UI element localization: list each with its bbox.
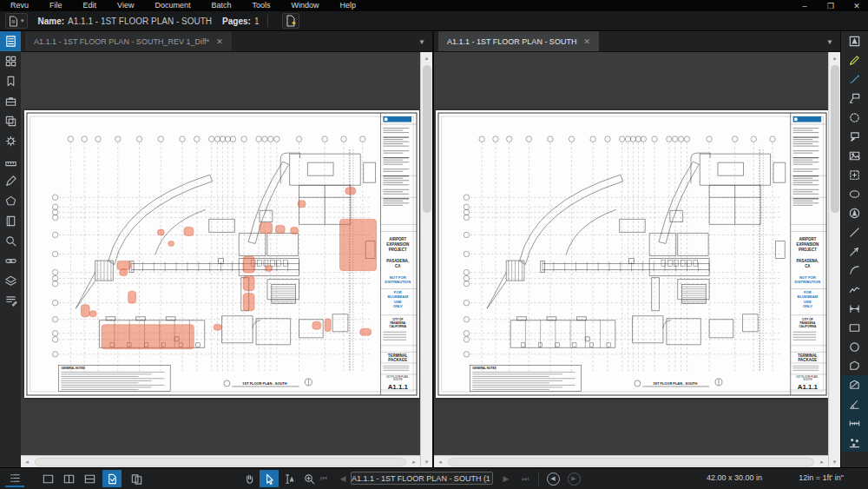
statusbar-separator	[538, 472, 539, 486]
menu-view[interactable]: View	[107, 0, 144, 11]
tool-callout-icon[interactable]	[841, 89, 868, 108]
tool-note-callout-icon[interactable]	[841, 127, 868, 146]
tool-stamp-icon[interactable]	[841, 203, 868, 222]
tool-line-tool-icon[interactable]	[841, 222, 868, 241]
panel-windows-icon[interactable]	[0, 111, 21, 131]
panel-signatures-icon[interactable]	[0, 171, 21, 191]
svg-text:BLUEBEAM: BLUEBEAM	[798, 294, 819, 299]
tool-arrow-tool-icon[interactable]	[841, 241, 868, 261]
page-scale[interactable]: 12in = 1ft' in"	[799, 473, 844, 482]
tool-area-measure-icon[interactable]	[841, 375, 868, 394]
panel-measurements-icon[interactable]	[0, 151, 21, 171]
tool-image-icon[interactable]	[841, 146, 868, 165]
panel-toolchest-icon[interactable]	[0, 91, 21, 111]
tool-length-measure-icon[interactable]	[841, 413, 868, 433]
compare-documents-icon[interactable]	[127, 470, 146, 487]
tool-ellipse-tool-icon[interactable]	[841, 184, 868, 203]
horizontal-scrollbar-right[interactable]: ◂ ▸	[434, 455, 828, 467]
scrollbar-thumb[interactable]	[448, 458, 814, 466]
menu-tools[interactable]: Tools	[241, 0, 280, 11]
tool-pen-icon[interactable]	[841, 69, 868, 89]
floor-plan-sheet-original[interactable]: GENERAL NOTES1ST FLOOR PLAN - SOUTHAIRPO…	[436, 110, 828, 398]
menu-document[interactable]: Document	[144, 0, 201, 11]
panel-file-access-icon[interactable]	[0, 51, 21, 71]
panel-layers-icon[interactable]	[0, 271, 21, 291]
tool-angle-measure-icon[interactable]	[841, 394, 868, 413]
scroll-down-icon[interactable]: ▾	[421, 456, 433, 467]
tool-text-tool-icon[interactable]	[841, 31, 868, 50]
scrollbar-thumb[interactable]	[831, 65, 839, 213]
restore-button[interactable]: ❐	[825, 2, 837, 10]
drawing-canvas-left[interactable]: GENERAL NOTES1ST FLOOR PLAN - SOUTHAIRPO…	[21, 52, 420, 455]
scrollbar-thumb[interactable]	[423, 65, 431, 213]
tab-list-chevron-icon[interactable]: ▼	[418, 31, 425, 52]
menu-batch[interactable]: Batch	[201, 0, 241, 11]
panel-properties-icon[interactable]	[0, 131, 21, 151]
select-text-icon[interactable]	[279, 470, 299, 487]
name-value: A1.1.1 - 1ST FLOOR PLAN - SOUTH	[68, 17, 212, 26]
document-pane-left: A1.1.1 - 1ST FLOOR PLAN - SOUTH_REV 1_Di…	[21, 31, 432, 467]
tool-highlighter-icon[interactable]	[841, 50, 868, 69]
split-vertical-icon[interactable]	[59, 470, 78, 487]
tab-list-chevron-icon[interactable]: ▼	[826, 31, 833, 52]
scroll-up-icon[interactable]: ▴	[829, 52, 841, 63]
drawing-canvas-right[interactable]: GENERAL NOTES1ST FLOOR PLAN - SOUTHAIRPO…	[434, 52, 828, 455]
panel-search-icon[interactable]	[0, 231, 21, 251]
next-view-button[interactable]: ▶	[564, 470, 583, 487]
scrollbar-thumb[interactable]	[35, 458, 406, 466]
tab-diff-document[interactable]: A1.1.1 - 1ST FLOOR PLAN - SOUTH_REV 1_Di…	[25, 31, 232, 51]
next-page-icon[interactable]: ▶	[496, 470, 516, 487]
tool-count-measure-icon[interactable]	[841, 433, 868, 452]
close-tab-icon[interactable]: ✕	[216, 37, 223, 46]
scroll-down-icon[interactable]: ▾	[829, 456, 841, 467]
floor-plan-sheet-rev-diff[interactable]: GENERAL NOTES1ST FLOOR PLAN - SOUTHAIRPO…	[24, 110, 419, 398]
panel-markups-list-icon[interactable]	[0, 291, 21, 311]
menu-file[interactable]: File	[39, 0, 73, 11]
tool-circle-tool-icon[interactable]	[841, 337, 868, 356]
scroll-left-icon[interactable]: ◂	[21, 456, 33, 467]
name-label: Name:	[38, 17, 65, 26]
first-page-icon[interactable]: ⏮	[314, 470, 333, 487]
scroll-up-icon[interactable]: ▴	[421, 52, 433, 63]
panel-shapes-icon[interactable]	[0, 191, 21, 211]
page-setup-button[interactable]: ▾	[5, 13, 28, 29]
tool-snapshot-icon[interactable]	[841, 165, 868, 184]
tool-polygon-tool-icon[interactable]	[841, 356, 868, 375]
horizontal-scrollbar-left[interactable]: ◂ ▸	[21, 455, 420, 467]
sync-views-icon[interactable]	[102, 470, 122, 487]
tool-rectangle-tool-icon[interactable]	[841, 318, 868, 337]
split-horizontal-icon[interactable]	[80, 470, 99, 487]
vertical-scrollbar-left[interactable]: ▴ ▾	[420, 52, 432, 467]
scroll-right-icon[interactable]: ▸	[816, 456, 828, 467]
last-page-icon[interactable]: ⏭	[516, 470, 535, 487]
previous-page-icon[interactable]: ◀	[333, 470, 352, 487]
pan-tool-icon[interactable]	[240, 470, 259, 487]
single-view-icon[interactable]	[38, 470, 57, 487]
panel-links-icon[interactable]	[0, 251, 21, 271]
tool-arc-tool-icon[interactable]	[841, 261, 868, 280]
minimize-button[interactable]: –	[799, 2, 811, 10]
scroll-right-icon[interactable]: ▸	[408, 456, 420, 467]
scroll-left-icon[interactable]: ◂	[434, 456, 446, 467]
menu-edit[interactable]: Edit	[73, 0, 108, 11]
svg-text:DISTRIBUTION: DISTRIBUTION	[385, 280, 411, 284]
vertical-scrollbar-right[interactable]: ▴ ▾	[828, 52, 840, 467]
insert-page-button[interactable]	[282, 13, 299, 29]
menu-help[interactable]: Help	[329, 0, 366, 11]
svg-text:EXPANSION: EXPANSION	[386, 242, 409, 247]
tool-dimension-tool-icon[interactable]	[841, 299, 868, 318]
page-selector[interactable]: A1.1.1 - 1ST FLOOR PLAN - SOUTH (1 of 1)	[351, 472, 493, 485]
markups-panel-toggle-icon[interactable]	[5, 470, 24, 487]
panel-thumbnails-icon[interactable]	[0, 31, 21, 51]
tab-original-document[interactable]: A1.1.1 - 1ST FLOOR PLAN - SOUTH ✕	[438, 31, 599, 51]
previous-view-button[interactable]: ◀	[543, 470, 562, 487]
select-tool-icon[interactable]	[260, 470, 279, 487]
panel-spaces-icon[interactable]	[0, 211, 21, 231]
panel-bookmarks-icon[interactable]	[0, 71, 21, 91]
tool-cloud-icon[interactable]	[841, 108, 868, 127]
menu-revu[interactable]: Revu	[0, 0, 39, 11]
close-tab-icon[interactable]: ✕	[583, 37, 590, 46]
menu-window[interactable]: Window	[280, 0, 329, 11]
tool-polyline-tool-icon[interactable]	[841, 280, 868, 299]
close-button[interactable]: ✕	[851, 2, 863, 10]
